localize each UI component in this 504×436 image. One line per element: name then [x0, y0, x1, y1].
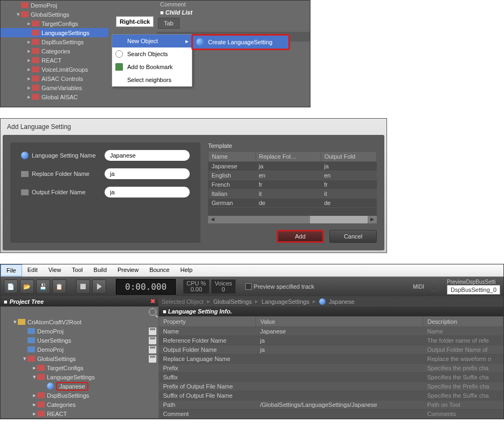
tree-item[interactable]: ▸Categories	[1, 400, 158, 409]
tree-item[interactable]: ▸TargetConfigs	[1, 19, 108, 28]
main-app-window: FileEditViewToolBuildPreviewBounceHelp 📄…	[0, 264, 504, 419]
save-icon[interactable]	[149, 355, 156, 363]
section-header: ■ Language Setting Info.	[158, 306, 503, 316]
menu-item[interactable]: Preview	[112, 264, 144, 276]
table-row[interactable]: Italianitit	[209, 189, 377, 199]
preview-track-label: Preview specified track	[254, 283, 315, 290]
toolbar-button[interactable]: 📂	[20, 280, 34, 294]
tree-item[interactable]: ▾GlobalSettings	[1, 354, 158, 363]
tree-item[interactable]: Japanese	[1, 382, 158, 391]
dialog-title: Add Language Setting	[1, 119, 386, 135]
column-header: Value	[256, 317, 423, 327]
tree-item[interactable]: ▸REACT	[1, 409, 158, 418]
midi-icon[interactable]	[430, 282, 439, 291]
property-row[interactable]: Replace Language NameReplace the wavefor…	[159, 355, 503, 364]
toolbar-button[interactable]: 💾	[36, 280, 50, 294]
toolbar-button[interactable]: 📄	[4, 280, 18, 294]
add-button[interactable]: Add	[277, 230, 324, 243]
context-menu-item[interactable]: New Object▸	[112, 35, 192, 47]
tree-item[interactable]: ▸AISAC Controls	[1, 74, 108, 83]
menu-item[interactable]: File	[1, 264, 22, 276]
cancel-button[interactable]: Cancel	[329, 230, 377, 243]
menu-item[interactable]: Build	[88, 264, 112, 276]
context-submenu: Create LanguageSetting	[191, 34, 290, 50]
stop-button[interactable]	[76, 280, 90, 294]
search-icon[interactable]	[149, 308, 156, 316]
tab[interactable]: Tab	[158, 18, 179, 29]
folder-icon	[32, 48, 39, 54]
cube-icon	[27, 346, 35, 352]
column-header: Description	[423, 317, 503, 327]
folder-icon	[32, 94, 39, 100]
tree-item[interactable]: ▾GlobalSettings	[1, 10, 108, 19]
menu-item[interactable]: Tool	[66, 264, 88, 276]
column-header[interactable]: Output Fold	[321, 152, 376, 162]
tree-item[interactable]: UserSettings	[1, 336, 158, 345]
context-menu-item[interactable]: Search Objects	[112, 47, 192, 60]
menu-item[interactable]: Help	[175, 264, 198, 276]
menu-item[interactable]: Edit	[22, 264, 43, 276]
add-language-dialog: Add Language Setting Language Setting Na…	[0, 118, 387, 253]
folder-icon	[32, 85, 39, 91]
tree-item[interactable]: ▾CriAtomCraftV2Root	[1, 317, 158, 326]
property-row[interactable]: Output Folder NamejaOutput Folder Name o…	[159, 345, 503, 355]
tree-item[interactable]: LanguageSettings	[1, 28, 108, 37]
tree-item[interactable]: ▸VoiceLimitGroups	[1, 65, 108, 74]
property-row[interactable]: Reference Folder NamejaThe folder name o…	[159, 336, 503, 345]
property-row[interactable]: Suffix of Output File NameSpecifies the …	[159, 391, 503, 400]
save-icon[interactable]	[149, 346, 156, 353]
breadcrumb-segment[interactable]: Japanese	[329, 298, 355, 305]
table-row[interactable]: Frenchfrfr	[209, 180, 377, 189]
context-menu: New Object▸Search ObjectsAdd to Bookmark…	[112, 34, 192, 87]
tree-item[interactable]: ▸Global AISAC	[1, 92, 108, 101]
save-icon[interactable]	[149, 328, 156, 335]
menu-item[interactable]: View	[43, 264, 67, 276]
tree-item[interactable]: ▸REACT	[1, 56, 108, 65]
language-name-input[interactable]	[105, 150, 190, 161]
scrollbar-horizontal[interactable]: ◄►	[208, 216, 377, 223]
property-row[interactable]: NameJapaneseName	[159, 327, 503, 336]
tree-item[interactable]: DemoProj	[1, 345, 158, 354]
child-list-label: ■ Child List	[157, 8, 310, 17]
output-folder-input[interactable]	[105, 187, 190, 197]
close-icon[interactable]: ✖	[150, 298, 155, 305]
table-row[interactable]: Japanesejaja	[209, 162, 377, 171]
tree-item[interactable]: ▸GameVariables	[1, 83, 108, 92]
property-row[interactable]: Prefix of Output File NameSpecifies the …	[159, 382, 503, 391]
template-table[interactable]: NameReplace Fol…Output FoldJapanesejajaE…	[208, 151, 377, 208]
cube-icon	[27, 337, 35, 343]
property-row[interactable]: SuffixSpecifies the Suffix cha	[159, 373, 503, 382]
preview-track-checkbox[interactable]	[245, 283, 252, 290]
create-language-setting-item[interactable]: Create LanguageSetting	[193, 36, 288, 49]
column-header[interactable]: Replace Fol…	[256, 152, 321, 162]
play-button[interactable]	[92, 280, 106, 294]
property-row[interactable]: Path/GlobalSettings/LanguageSettings/Jap…	[159, 400, 503, 410]
search-bar	[1, 306, 158, 317]
context-menu-item[interactable]: Add to Bookmark	[112, 60, 192, 73]
save-icon[interactable]	[149, 337, 156, 344]
name-label: Language Setting Name	[32, 152, 96, 159]
tree-item[interactable]: ▸DspBusSettings	[1, 37, 108, 46]
table-row[interactable]: Germandede	[209, 199, 377, 208]
property-row[interactable]: PrefixSpecifies the prefix cha	[159, 364, 503, 373]
toolbar-button[interactable]: 📋	[52, 280, 66, 294]
column-header[interactable]: Name	[209, 152, 256, 162]
tree-item[interactable]: DemoProj	[1, 1, 108, 10]
menu-item[interactable]: Bounce	[144, 264, 175, 276]
breadcrumb-segment[interactable]: LanguageSettings	[261, 298, 309, 305]
tree-item[interactable]: DemoProj	[1, 326, 158, 336]
tree-item[interactable]: ▸Categories	[1, 46, 108, 56]
table-row[interactable]: Englishenen	[209, 171, 377, 180]
cpu-display: CPU %0.00	[183, 280, 209, 294]
folder-icon	[21, 2, 29, 8]
property-row[interactable]: CommentComments	[159, 410, 503, 419]
dsp-setting-dropdown[interactable]: DspBusSetting_0	[447, 285, 500, 295]
breadcrumb-segment[interactable]: Selected Object	[162, 298, 204, 305]
tree-item[interactable]: ▸DspBusSettings	[1, 391, 158, 400]
replace-folder-input[interactable]	[105, 168, 190, 179]
breadcrumb-segment[interactable]: GlobalSettings	[213, 298, 252, 305]
tree-item[interactable]: ▾LanguageSettings	[1, 372, 158, 382]
properties-table: PropertyValueDescriptionNameJapaneseName…	[158, 316, 503, 419]
tree-item[interactable]: ▸TargetConfigs	[1, 363, 158, 372]
context-menu-item[interactable]: Select neighbors	[112, 73, 192, 86]
